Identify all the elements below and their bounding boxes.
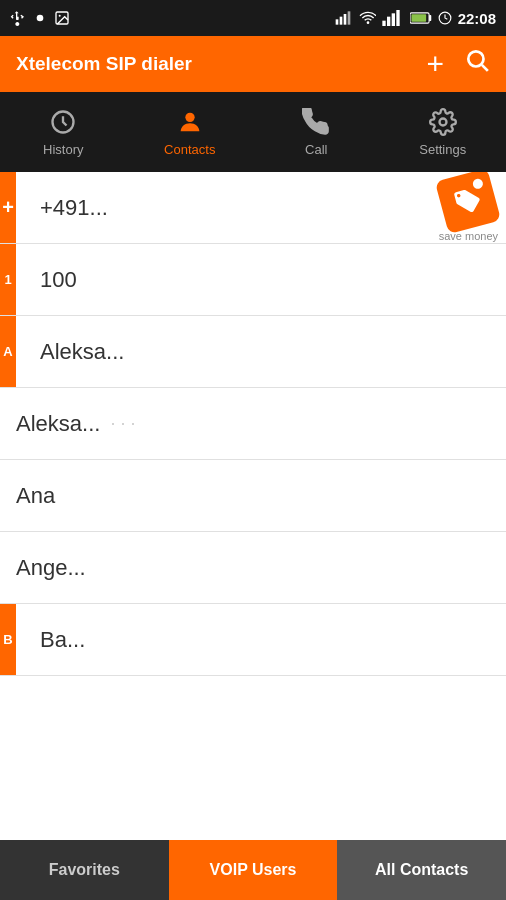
tab-history-label: History [43,142,83,157]
svg-rect-4 [339,17,342,25]
list-item[interactable]: Aleksa... · · · [0,388,506,460]
tab-contacts-label: Contacts [164,142,215,157]
time-display: 22:08 [458,10,496,27]
status-bar-left [10,10,70,26]
bottom-tab-voip-users[interactable]: VOIP Users [169,840,338,900]
app-title: Xtelecom SIP dialer [16,53,192,75]
bottom-tab-all-contacts-label: All Contacts [375,861,468,879]
svg-rect-8 [382,21,385,26]
search-button[interactable] [464,47,490,81]
image-icon [54,10,70,26]
tab-call[interactable]: Call [253,108,380,157]
price-tag-icon [435,172,501,234]
battery-icon [410,11,432,25]
bottom-tab-favorites[interactable]: Favorites [0,840,169,900]
list-item[interactable]: Ange... [0,532,506,604]
settings-icon [429,108,457,136]
contact-name: Ange... [16,555,86,581]
svg-rect-6 [347,11,350,24]
list-item[interactable]: 1 100 [0,244,506,316]
contact-list: + +491... save money 1 100 A Aleksa... A… [0,172,506,840]
signal-icon [334,10,352,26]
bottom-tab-bar: Favorites VOIP Users All Contacts [0,840,506,900]
tab-call-label: Call [305,142,327,157]
nav-tab-bar: History Contacts Call Settings [0,92,506,172]
list-item[interactable]: + +491... save money [0,172,506,244]
svg-point-19 [185,112,194,121]
save-money-label: save money [439,230,498,242]
app-bar-actions: + [426,47,490,81]
contact-name: Aleksa... [16,339,124,365]
contact-subtext: · · · [110,413,135,434]
section-marker: B [0,604,16,675]
tab-settings[interactable]: Settings [380,108,507,157]
bars-icon [382,10,404,26]
bottom-tab-all-contacts[interactable]: All Contacts [337,840,506,900]
add-contact-button[interactable]: + [426,47,444,81]
svg-point-20 [439,118,446,125]
save-money-tag[interactable]: save money [439,174,498,242]
app-bar: Xtelecom SIP dialer + [0,36,506,92]
bottom-tab-voip-label: VOIP Users [210,861,297,879]
tab-contacts[interactable]: Contacts [127,108,254,157]
list-item[interactable]: B Ba... [0,604,506,676]
list-item[interactable]: Ana [0,460,506,532]
svg-point-7 [366,21,369,24]
svg-rect-3 [335,19,338,24]
svg-point-0 [37,15,44,22]
svg-rect-14 [411,14,426,21]
usb-icon [10,10,26,26]
call-icon [302,108,330,136]
contact-name: 100 [16,267,77,293]
bottom-tab-favorites-label: Favorites [49,861,120,879]
status-bar: 22:08 [0,0,506,36]
clock-icon [438,11,452,25]
svg-rect-10 [391,13,394,26]
contacts-icon [176,108,204,136]
svg-rect-13 [429,15,431,21]
add-marker: + [0,172,16,243]
contact-name: Ba... [16,627,85,653]
svg-line-17 [482,65,488,71]
list-item[interactable]: A Aleksa... [0,316,506,388]
contact-name: Aleksa... [16,411,100,437]
contact-phone-number: +491... [16,195,439,221]
notification-icon [32,10,48,26]
history-icon [49,108,77,136]
section-marker: 1 [0,244,16,315]
svg-rect-9 [387,17,390,26]
tab-settings-label: Settings [419,142,466,157]
contact-name: Ana [16,483,55,509]
svg-rect-5 [343,14,346,25]
tab-history[interactable]: History [0,108,127,157]
svg-rect-11 [396,10,399,26]
wifi-icon [358,10,376,26]
svg-point-16 [468,51,483,66]
svg-point-2 [59,15,61,17]
status-bar-right: 22:08 [334,10,496,27]
section-marker: A [0,316,16,387]
